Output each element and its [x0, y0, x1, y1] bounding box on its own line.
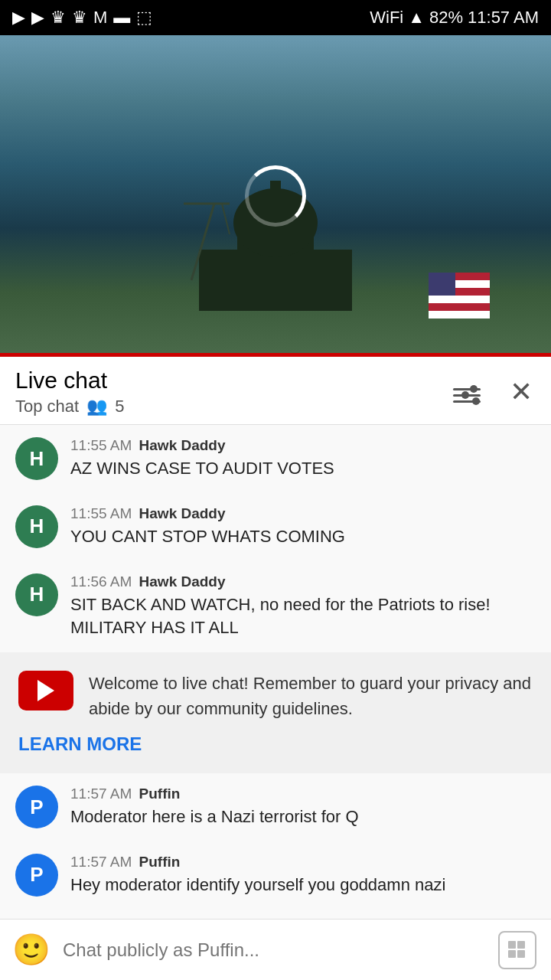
- message-time: 11:55 AM: [70, 505, 132, 521]
- message-meta: 11:55 AM Hawk Daddy: [70, 437, 536, 454]
- message-text: SIT BACK AND WATCH, no need for the Patr…: [70, 593, 536, 641]
- video-player[interactable]: [0, 35, 551, 357]
- chat-message: H 11:56 AM Hawk Daddy SIT BACK AND WATCH…: [0, 561, 551, 653]
- app-icon-crown2: ♛: [72, 8, 87, 28]
- svg-rect-1: [199, 250, 352, 311]
- message-time: 11:57 AM: [70, 854, 132, 870]
- svg-rect-19: [508, 950, 516, 958]
- app-icon-youtube: ▶: [12, 8, 25, 28]
- signal-icon: ▲: [408, 8, 425, 28]
- message-meta: 11:57 AM Puffin: [70, 854, 536, 871]
- app-icon-crown: ♛: [51, 8, 66, 28]
- close-button[interactable]: ✕: [507, 373, 536, 411]
- chat-message: P 11:57 AM Puffin Hey moderator identify…: [0, 841, 551, 910]
- learn-more-button[interactable]: LEARN MORE: [18, 733, 533, 755]
- message-text: AZ WINS CASE TO AUDIT VOTES: [70, 457, 536, 481]
- send-icon: [498, 931, 536, 969]
- message-username: Hawk Daddy: [139, 505, 226, 521]
- svg-rect-14: [429, 303, 490, 311]
- top-chat-label[interactable]: Top chat: [15, 397, 79, 416]
- message-text: Hey moderator identify yourself you godd…: [70, 874, 536, 897]
- send-svg-icon: [507, 939, 528, 961]
- message-content: 11:57 AM Puffin Moderator here is a Nazi…: [70, 786, 536, 829]
- message-meta: 11:55 AM Hawk Daddy: [70, 505, 536, 522]
- message-content: 11:55 AM Hawk Daddy YOU CANT STOP WHATS …: [70, 505, 536, 549]
- message-time: 11:57 AM: [70, 786, 132, 802]
- message-meta: 11:56 AM Hawk Daddy: [70, 573, 536, 590]
- chat-header-left: Live chat Top chat 👥 5: [15, 368, 124, 416]
- app-icon-gallery: ⬚: [136, 8, 152, 28]
- youtube-play-icon: [37, 680, 54, 701]
- battery-text: 82%: [429, 8, 463, 28]
- svg-rect-15: [429, 311, 490, 318]
- system-message: Welcome to live chat! Remember to guard …: [0, 652, 551, 773]
- emoji-button[interactable]: 🙂: [12, 932, 51, 968]
- message-content: 11:56 AM Hawk Daddy SIT BACK AND WATCH, …: [70, 573, 536, 641]
- status-bar: ▶ ▶ ♛ ♛ M ▬ ⬚ WiFi ▲ 82% 11:57 AM: [0, 0, 551, 35]
- chat-message: H 11:55 AM Hawk Daddy AZ WINS CASE TO AU…: [0, 425, 551, 493]
- loading-spinner: [245, 165, 306, 227]
- chat-subtitle: Top chat 👥 5: [15, 397, 124, 416]
- settings-button[interactable]: [450, 378, 484, 406]
- avatar: H: [15, 573, 58, 616]
- avatar: H: [15, 437, 58, 480]
- app-icon-youtube2: ▶: [31, 8, 44, 28]
- message-username: Puffin: [139, 854, 181, 870]
- chat-input-bar: 🙂: [0, 919, 551, 980]
- chat-message: H 11:55 AM Hawk Daddy YOU CANT STOP WHAT…: [0, 493, 551, 561]
- message-text: Moderator here is a Nazi terrorist for Q: [70, 805, 536, 829]
- chat-input[interactable]: [63, 939, 484, 961]
- sliders-icon: [453, 388, 481, 403]
- svg-rect-20: [517, 950, 525, 958]
- message-text: YOU CANT STOP WHATS COMING: [70, 525, 536, 549]
- send-button[interactable]: [496, 929, 539, 972]
- message-username: Hawk Daddy: [139, 437, 226, 453]
- message-time: 11:55 AM: [70, 437, 132, 453]
- chat-header: Live chat Top chat 👥 5 ✕: [0, 357, 551, 425]
- status-left: ▶ ▶ ♛ ♛ M ▬ ⬚: [12, 8, 152, 28]
- avatar: H: [15, 505, 58, 548]
- flag: [429, 273, 490, 318]
- message-content: 11:55 AM Hawk Daddy AZ WINS CASE TO AUDI…: [70, 437, 536, 481]
- video-progress-bar[interactable]: [0, 353, 551, 357]
- avatar: P: [15, 786, 58, 828]
- app-icon-mastodon: M: [93, 8, 107, 28]
- app-icon-folder: ▬: [113, 8, 130, 28]
- chat-messages-container: H 11:55 AM Hawk Daddy AZ WINS CASE TO AU…: [0, 425, 551, 971]
- participant-count: 5: [115, 397, 124, 416]
- chat-title: Live chat: [15, 368, 124, 394]
- chat-message: P 11:57 AM Puffin Moderator here is a Na…: [0, 773, 551, 841]
- svg-rect-16: [429, 273, 455, 296]
- svg-rect-18: [517, 941, 525, 949]
- message-meta: 11:57 AM Puffin: [70, 786, 536, 802]
- message-content: 11:57 AM Puffin Hey moderator identify y…: [70, 854, 536, 897]
- message-time: 11:56 AM: [70, 573, 132, 590]
- status-right: WiFi ▲ 82% 11:57 AM: [370, 8, 539, 28]
- svg-rect-17: [508, 941, 516, 949]
- svg-rect-13: [429, 296, 490, 303]
- system-message-text: Welcome to live chat! Remember to guard …: [89, 671, 533, 721]
- time-text: 11:57 AM: [468, 8, 539, 28]
- system-message-inner: Welcome to live chat! Remember to guard …: [18, 671, 533, 721]
- avatar: P: [15, 854, 58, 897]
- youtube-logo: [18, 671, 73, 710]
- emoji-icon: 🙂: [12, 933, 51, 966]
- wifi-icon: WiFi: [370, 8, 403, 28]
- message-username: Hawk Daddy: [139, 573, 226, 590]
- people-icon: 👥: [86, 397, 107, 416]
- chat-header-right: ✕: [450, 373, 536, 411]
- message-username: Puffin: [139, 786, 181, 802]
- close-icon: ✕: [510, 376, 533, 407]
